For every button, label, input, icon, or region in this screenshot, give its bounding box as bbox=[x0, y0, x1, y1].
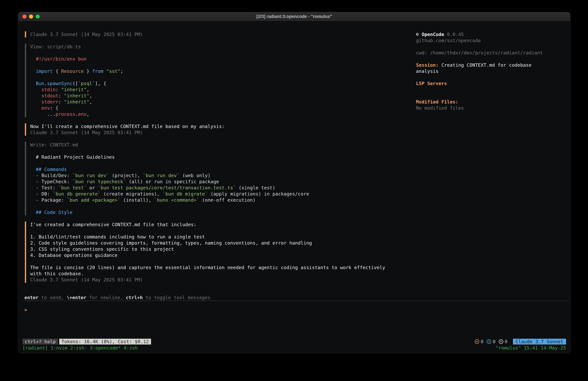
text-segment: (create migrations), bbox=[101, 191, 163, 197]
text-segment: : bbox=[58, 93, 64, 98]
text-segment: `bun test` bbox=[58, 185, 87, 190]
text-segment: # Radiant Project Guidelines bbox=[30, 154, 115, 160]
zoom-button[interactable] bbox=[36, 15, 40, 19]
model-badge: Claude 3.7 Sonnet bbox=[513, 339, 566, 344]
text-line: cwd: /home/thdxr/dev/projects/radiant/ra… bbox=[416, 50, 568, 56]
text-segment: (install), bbox=[120, 197, 154, 203]
input-separator bbox=[23, 301, 569, 301]
text-segment: with this codebase. bbox=[30, 271, 84, 276]
text-segment: cwd: /home/thdxr/dev/projects/radiant/ra… bbox=[416, 50, 543, 56]
info-icon: i bbox=[487, 339, 491, 344]
text-segment: No modified files bbox=[416, 105, 464, 111]
text-line: #!/usr/bin/env bun bbox=[30, 56, 412, 62]
text-segment: \+enter bbox=[67, 295, 86, 300]
text-segment: - Build/Dev: bbox=[30, 173, 72, 178]
text-line: Modified Files: bbox=[416, 99, 568, 105]
text-segment: 0.0.45 bbox=[444, 32, 464, 37]
text-line: # Radiant Project Guidelines bbox=[30, 154, 412, 160]
text-segment: from bbox=[92, 68, 104, 74]
text-segment: or bbox=[86, 185, 98, 190]
text-line: Claude 3.7 Sonnet (14 May 2025 03:41 PM) bbox=[30, 277, 412, 283]
hint-count: 0 bbox=[505, 338, 507, 345]
tool-message: Write: CONTEXT.md # Radiant Project Guid… bbox=[25, 142, 412, 215]
text-segment: The file is concise (20 lines) and captu… bbox=[30, 265, 385, 270]
tmux-window-zsh-4[interactable]: 4:zsh bbox=[124, 345, 138, 351]
tmux-window-opencode[interactable]: 3:opencode* bbox=[90, 345, 121, 351]
text-segment: : bbox=[56, 87, 61, 92]
tmux-window-nvim[interactable]: 1:nvim bbox=[50, 345, 67, 351]
text-segment: (web only) bbox=[179, 173, 210, 178]
text-line: github.com/sst/opencode bbox=[416, 37, 568, 44]
window-titlebar: [2/3] radiant:3:opencode - "romulus" bbox=[18, 12, 570, 21]
text-line: 1. Build/lint/test commands including ho… bbox=[30, 234, 412, 240]
text-segment: Bun bbox=[30, 81, 44, 86]
status-bar: ctrl+? help Tokens: 16.4K (8%), Cost: $0… bbox=[22, 339, 566, 344]
text-line: import { Resource } from "sst"; bbox=[30, 68, 412, 74]
text-line bbox=[30, 258, 412, 265]
chat-area: Claude 3.7 Sonnet (14 May 2025 03:41 PM)… bbox=[25, 31, 412, 289]
text-line: stdin: "inherit", bbox=[30, 87, 412, 93]
text-segment: stderr bbox=[30, 99, 58, 105]
message-input[interactable]: > bbox=[24, 307, 566, 342]
text-segment: , bbox=[86, 112, 89, 117]
text-segment: ; bbox=[120, 68, 123, 74]
text-line: env: { bbox=[30, 105, 412, 111]
text-segment: `bun db migrate` bbox=[163, 191, 208, 197]
text-segment: { bbox=[53, 68, 61, 74]
text-segment: import bbox=[30, 68, 53, 74]
text-segment: env bbox=[30, 105, 50, 111]
text-segment: github.com/sst/opencode bbox=[416, 38, 481, 43]
text-segment: . bbox=[44, 81, 47, 86]
text-segment: to toggle tool messages bbox=[143, 295, 210, 300]
text-segment: Creating CONTEXT.md for codebase bbox=[439, 62, 531, 68]
text-segment: - DB: bbox=[30, 191, 53, 197]
text-line: analysis bbox=[416, 68, 568, 74]
info-diagnostic: i 0 bbox=[487, 338, 495, 345]
close-button[interactable] bbox=[22, 15, 26, 19]
text-segment: Claude 3.7 Sonnet (14 May 2025 03:41 PM) bbox=[30, 277, 143, 283]
text-line bbox=[30, 160, 412, 166]
minimize-button[interactable] bbox=[29, 15, 33, 19]
text-line: ...process.env, bbox=[30, 111, 412, 117]
text-segment: I've created a comprehensive CONTEXT.md … bbox=[30, 222, 196, 227]
text-line: - Package: `bun add <package>` (install)… bbox=[30, 197, 412, 203]
text-segment: ## Code Style bbox=[30, 210, 72, 215]
text-line: Session: Creating CONTEXT.md for codebas… bbox=[416, 62, 568, 68]
text-line bbox=[30, 74, 412, 80]
text-line bbox=[416, 93, 568, 99]
hint-diagnostic: h 0 bbox=[499, 338, 507, 345]
text-segment: "sst" bbox=[106, 68, 120, 74]
text-line bbox=[416, 87, 568, 93]
text-line bbox=[416, 44, 568, 50]
help-shortcut-badge: ctrl+? help bbox=[22, 339, 58, 344]
text-segment: Now I'll create a comprehensive CONTEXT.… bbox=[30, 124, 225, 129]
terminal-content: Claude 3.7 Sonnet (14 May 2025 03:41 PM)… bbox=[18, 21, 570, 353]
tool-message: View: script/db.ts #!/usr/bin/env bun im… bbox=[25, 44, 412, 117]
window-controls bbox=[22, 12, 40, 21]
input-hint: enter to send, \+enter for newline, ctrl… bbox=[24, 294, 210, 301]
tmux-window-zsh-2[interactable]: 2:zsh- bbox=[70, 345, 87, 351]
text-line bbox=[416, 56, 568, 62]
text-segment: Claude 3.7 Sonnet (14 May 2025 03:41 PM) bbox=[30, 32, 143, 37]
text-segment: Resource bbox=[61, 68, 84, 74]
text-segment: LSP Servers bbox=[416, 81, 447, 86]
tokens-cost-badge: Tokens: 16.4K (8%), Cost: $0.12 bbox=[59, 339, 151, 344]
text-segment: ## Commands bbox=[30, 167, 67, 172]
text-segment: , bbox=[86, 87, 89, 92]
text-segment: "inherit" bbox=[64, 93, 89, 98]
text-segment: `bun add <package>` bbox=[67, 197, 120, 203]
text-segment: , bbox=[89, 99, 92, 105]
text-segment: `bun run dev` bbox=[143, 173, 179, 178]
text-segment: "inherit" bbox=[61, 87, 86, 92]
text-line: The file is concise (20 lines) and captu… bbox=[30, 265, 412, 270]
assistant-message: I've created a comprehensive CONTEXT.md … bbox=[25, 222, 412, 283]
text-segment: to send, bbox=[38, 295, 67, 300]
text-segment: - Package: bbox=[30, 197, 67, 203]
text-segment: } bbox=[84, 68, 92, 74]
text-segment: analysis bbox=[416, 68, 439, 74]
text-line bbox=[30, 228, 412, 234]
text-segment: `bun db generate` bbox=[53, 191, 101, 197]
text-segment: 4. Database operations guidance bbox=[30, 252, 117, 258]
text-segment: stdin bbox=[30, 87, 56, 92]
text-line: Claude 3.7 Sonnet (14 May 2025 03:41 PM) bbox=[30, 130, 412, 135]
